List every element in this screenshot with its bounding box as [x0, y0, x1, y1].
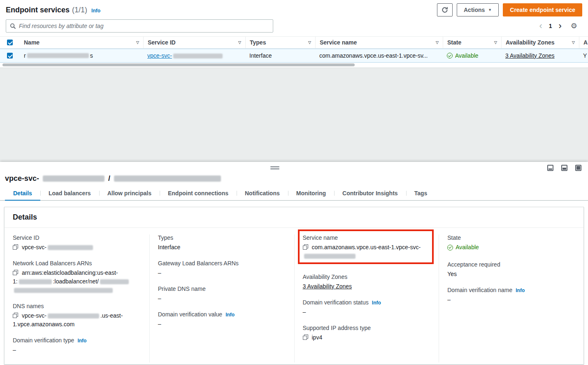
column-header-state[interactable]: State ▽	[443, 37, 501, 48]
info-link[interactable]: Info	[372, 300, 381, 306]
filter-icon[interactable]: ▽	[436, 40, 439, 44]
details-card-header: Details	[5, 207, 583, 228]
field-value: –	[158, 320, 286, 328]
detail-tabs: Details Load balancers Allow principals …	[0, 186, 588, 201]
filter-icon[interactable]: ▽	[136, 40, 139, 44]
availability-zones-link[interactable]: 3 Availability Zones	[505, 52, 555, 59]
page-title-text: Endpoint services	[6, 6, 70, 14]
tab-notifications[interactable]: Notifications	[237, 186, 288, 200]
value-text: 1.vpce.amazonaws.com	[13, 321, 74, 328]
horizontal-scrollbar[interactable]	[0, 63, 588, 68]
field-value: Available	[447, 243, 575, 253]
field-label: Domain verification name	[447, 287, 512, 293]
split-panel-drag-handle[interactable]	[270, 166, 279, 169]
field-network-load-balancers-arns: Network Load Balancers ARNs arn:aws:elas…	[13, 260, 141, 295]
field-label: Domain verification type	[13, 337, 74, 344]
filter-icon[interactable]: ▽	[308, 40, 311, 44]
service-id-link[interactable]: vpce-svc-	[147, 52, 224, 59]
redacted-text	[48, 314, 99, 318]
field-value: arn:aws:elasticloadbalancing:us-east- 1:…	[13, 269, 141, 295]
column-label: Service name	[320, 39, 357, 46]
table-row[interactable]: rs vpce-svc- Interface com.amazonaws.vpc…	[0, 49, 588, 63]
info-link[interactable]: Info	[225, 312, 235, 318]
column-label: A	[583, 39, 588, 46]
cell-types: Interface	[245, 49, 315, 62]
tab-monitoring[interactable]: Monitoring	[288, 186, 334, 200]
field-acceptance-required: Acceptance required Yes	[447, 261, 575, 278]
column-header-partial[interactable]: A	[579, 37, 588, 48]
field-label: Network Load Balancers ARNs	[13, 260, 92, 267]
redacted-text	[19, 279, 52, 284]
row-checkbox[interactable]	[7, 53, 13, 58]
field-label: Types	[158, 234, 173, 241]
details-card: Details Service ID vpce-svc- Network Loa…	[4, 207, 584, 365]
field-value: –	[447, 295, 575, 304]
field-value: com.amazonaws.vpce.us-east-1.vpce-svc-	[303, 243, 431, 260]
copy-icon[interactable]	[13, 270, 18, 275]
info-link[interactable]: Info	[91, 8, 100, 14]
filter-icon[interactable]: ▽	[572, 40, 575, 44]
column-header-service-name[interactable]: Service name ▽	[315, 37, 443, 48]
endpoint-services-list-section: Endpoint services (1/1) Info Actions ▼ C…	[0, 0, 588, 68]
tab-contributor-insights[interactable]: Contributor Insights	[334, 186, 406, 200]
panel-layout-controls	[547, 165, 581, 171]
info-link[interactable]: Info	[516, 288, 525, 293]
tab-load-balancers[interactable]: Load balancers	[40, 186, 99, 200]
copy-icon[interactable]	[13, 313, 18, 318]
pagination: ‹ 1 › ⚙	[539, 21, 577, 30]
tab-details[interactable]: Details	[5, 186, 40, 200]
copy-icon[interactable]	[303, 335, 308, 340]
settings-gear-icon[interactable]: ⚙	[571, 21, 577, 30]
field-state: State Available	[447, 234, 575, 253]
panel-maximize-icon[interactable]	[575, 165, 581, 171]
cell-service-name: com.amazonaws.vpce.us-east-1.vpce-sv...	[315, 49, 443, 62]
column-header-types[interactable]: Types ▽	[245, 37, 315, 48]
column-label: State	[447, 39, 461, 46]
field-dns-names: DNS names vpce-svc-.us-east- 1.vpce.amaz…	[13, 303, 141, 329]
field-supported-ip-address-type: Supported IP address type ipv4	[303, 325, 431, 342]
vpc-endpoint-services-console: Endpoint services (1/1) Info Actions ▼ C…	[0, 0, 588, 365]
value-text: .us-east-	[100, 312, 123, 319]
copy-icon[interactable]	[303, 244, 308, 250]
column-header-availability-zones[interactable]: Availability Zones ▽	[501, 37, 579, 48]
filter-toolbar: ‹ 1 › ⚙	[0, 18, 588, 36]
column-header-name[interactable]: Name ▽	[20, 37, 143, 48]
name-suffix: s	[90, 52, 93, 59]
panel-position-bottom-icon[interactable]	[547, 165, 553, 171]
actions-button[interactable]: Actions ▼	[457, 3, 499, 16]
field-label: Supported IP address type	[303, 325, 371, 331]
select-all-checkbox[interactable]	[7, 40, 13, 45]
field-value: –	[303, 308, 431, 316]
copy-icon[interactable]	[13, 244, 18, 250]
field-label: Domain verification value	[158, 311, 222, 318]
previous-page-button[interactable]: ‹	[539, 21, 542, 30]
tab-tags[interactable]: Tags	[406, 186, 436, 200]
field-label: Service name	[303, 234, 338, 241]
select-all-cell	[0, 37, 20, 48]
tab-allow-principals[interactable]: Allow principals	[99, 186, 160, 200]
current-page[interactable]: 1	[549, 23, 552, 29]
column-label: Service ID	[148, 39, 176, 46]
info-link[interactable]: Info	[77, 338, 86, 344]
cell-name: rs	[20, 49, 143, 62]
next-page-button[interactable]: ›	[559, 21, 562, 30]
refresh-button[interactable]	[437, 3, 453, 16]
availability-zones-link[interactable]: 3 Availability Zones	[303, 283, 352, 290]
field-value: –	[13, 346, 141, 354]
panel-position-side-icon[interactable]	[561, 165, 567, 171]
field-value: –	[158, 269, 286, 277]
value-text: arn:aws:elasticloadbalancing:us-east-	[22, 269, 118, 276]
tab-endpoint-connections[interactable]: Endpoint connections	[160, 186, 237, 200]
field-value: vpce-svc-.us-east- 1.vpce.amazonaws.com	[13, 311, 141, 329]
scrollbar-thumb[interactable]	[2, 63, 355, 66]
filter-icon[interactable]: ▽	[238, 40, 241, 44]
name-prefix: r	[24, 52, 26, 59]
field-value: Yes	[447, 270, 575, 278]
create-endpoint-service-button[interactable]: Create endpoint service	[503, 3, 582, 16]
redacted-text	[173, 54, 223, 58]
search-box[interactable]	[6, 19, 273, 33]
state-label: Available	[455, 52, 479, 59]
search-input[interactable]	[19, 23, 269, 29]
column-header-service-id[interactable]: Service ID ▽	[143, 37, 245, 48]
filter-icon[interactable]: ▽	[494, 40, 497, 44]
